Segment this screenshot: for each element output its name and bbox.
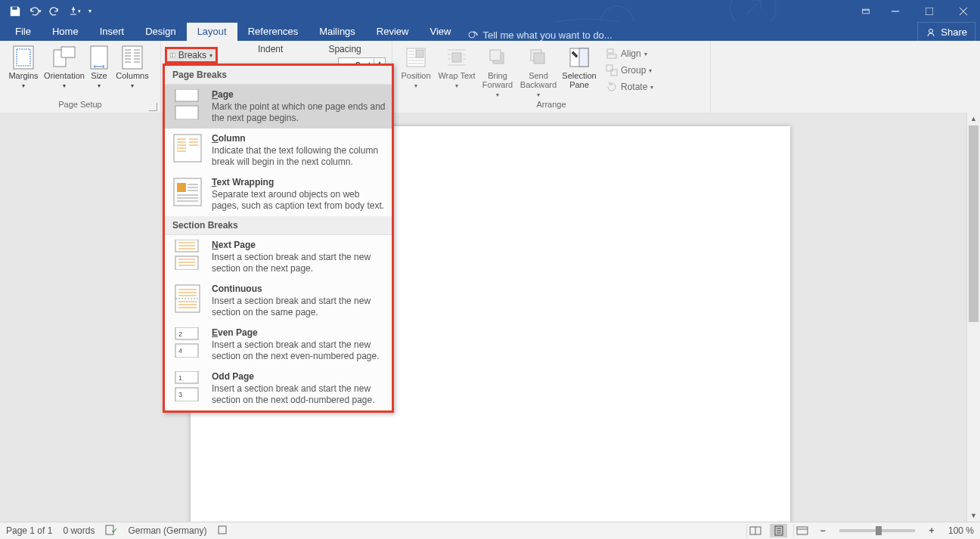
svg-rect-25: [170, 53, 172, 57]
tab-file[interactable]: File: [5, 23, 42, 41]
quick-access-toolbar: ▾ ▾ ▾: [0, 0, 95, 22]
align-button: Align ▾: [603, 45, 656, 62]
tab-mailings[interactable]: Mailings: [309, 23, 366, 41]
wrap-text-button: Wrap Text▾: [436, 44, 477, 91]
columns-button[interactable]: Columns▾: [113, 44, 151, 91]
breaks-button[interactable]: Breaks ▾: [165, 47, 218, 64]
break-continuous[interactable]: ContinuousInsert a section break and sta…: [165, 279, 392, 323]
scroll-up-button[interactable]: ▲: [967, 113, 980, 125]
svg-rect-26: [173, 53, 175, 57]
svg-rect-28: [175, 106, 198, 119]
break-column[interactable]: ColumnIndicate that the text following t…: [165, 129, 392, 172]
tell-me-search[interactable]: Tell me what you want to do...: [467, 29, 612, 41]
svg-rect-47: [797, 527, 808, 534]
status-language[interactable]: German (Germany): [128, 525, 206, 536]
dropdown-section-section-breaks: Section Breaks: [165, 216, 392, 235]
rotate-button: Rotate ▾: [603, 79, 656, 95]
view-web-layout[interactable]: [793, 524, 811, 537]
svg-rect-13: [416, 50, 423, 57]
svg-rect-9: [61, 47, 75, 57]
zoom-level[interactable]: 100 %: [948, 525, 974, 536]
tab-home[interactable]: Home: [42, 23, 89, 41]
break-odd-page[interactable]: 13 Odd PageInsert a section break and st…: [165, 367, 392, 410]
zoom-in-button[interactable]: +: [926, 525, 938, 536]
break-page[interactable]: PageMark the point at which one page end…: [165, 85, 392, 129]
svg-rect-31: [177, 183, 186, 192]
zoom-slider[interactable]: [839, 529, 915, 532]
status-page[interactable]: Page 1 of 1: [6, 525, 52, 536]
share-label: Share: [941, 26, 967, 38]
svg-text:4: 4: [178, 347, 182, 355]
group-label-page-setup: Page Setup: [58, 100, 102, 109]
spellcheck-icon[interactable]: [105, 525, 117, 537]
page-setup-dialog-launcher[interactable]: [149, 103, 157, 111]
svg-rect-2: [863, 9, 870, 14]
tab-layout[interactable]: Layout: [187, 23, 237, 41]
status-bar: Page 1 of 1 0 words German (Germany) − +…: [0, 522, 980, 539]
view-read-mode[interactable]: [746, 524, 764, 537]
svg-text:1: 1: [178, 374, 182, 382]
svg-rect-21: [607, 49, 613, 53]
svg-rect-27: [175, 89, 198, 101]
svg-rect-23: [606, 65, 612, 71]
page-break-icon: [171, 89, 204, 119]
svg-rect-44: [219, 526, 226, 534]
svg-rect-20: [579, 48, 588, 67]
break-text-wrapping[interactable]: Text WrappingSeparate text around object…: [165, 172, 392, 216]
document-area[interactable]: [0, 113, 980, 522]
svg-rect-33: [175, 256, 198, 270]
svg-rect-43: [106, 525, 113, 534]
tab-view[interactable]: View: [419, 23, 461, 41]
svg-rect-18: [534, 53, 544, 64]
even-page-break-icon: 24: [171, 327, 204, 358]
spacing-label: Spacing: [328, 44, 361, 54]
group-page-setup: Margins▾ Orientation▾ Size▾ Columns▾ Pag…: [0, 41, 161, 113]
macro-icon[interactable]: [217, 525, 228, 537]
dropdown-section-page-breaks: Page Breaks: [165, 66, 392, 85]
group-label-arrange: Arrange: [536, 100, 566, 109]
maximize-button[interactable]: [912, 0, 946, 22]
close-button[interactable]: [946, 0, 980, 22]
scroll-thumb[interactable]: [969, 125, 978, 322]
ribbon-options-button[interactable]: [854, 0, 878, 22]
tell-me-placeholder: Tell me what you want to do...: [482, 29, 612, 41]
undo-button[interactable]: ▾: [26, 2, 44, 20]
minimize-button[interactable]: [878, 0, 912, 22]
position-button: Position▾: [395, 44, 436, 91]
qat-customize-button[interactable]: ▾: [85, 2, 95, 20]
tab-design[interactable]: Design: [135, 23, 186, 41]
save-button[interactable]: [6, 2, 24, 20]
svg-point-5: [929, 29, 933, 33]
vertical-scrollbar[interactable]: ▲ ▼: [966, 113, 980, 522]
tab-insert[interactable]: Insert: [89, 23, 135, 41]
send-backward-button: Send Backward▾: [518, 44, 559, 100]
break-even-page[interactable]: 24 Even PageInsert a section break and s…: [165, 323, 392, 367]
touch-mode-button[interactable]: ▾: [65, 2, 83, 20]
ribbon: Margins▾ Orientation▾ Size▾ Columns▾ Pag…: [0, 41, 980, 113]
margins-button[interactable]: Margins▾: [3, 44, 44, 91]
selection-pane-button[interactable]: Selection Pane: [559, 44, 600, 89]
size-button[interactable]: Size▾: [85, 44, 113, 91]
svg-text:2: 2: [178, 330, 182, 338]
svg-rect-3: [926, 8, 933, 15]
redo-button[interactable]: [45, 2, 64, 20]
breaks-label: Breaks: [178, 50, 206, 60]
view-print-layout[interactable]: [770, 524, 787, 537]
scroll-down-button[interactable]: ▼: [967, 510, 980, 522]
svg-point-4: [469, 32, 475, 38]
svg-rect-14: [452, 53, 461, 62]
status-words[interactable]: 0 words: [63, 525, 95, 536]
share-button[interactable]: Share: [917, 22, 975, 42]
indent-label: Indent: [258, 44, 283, 54]
breaks-dropdown: Page Breaks PageMark the point at which …: [163, 64, 394, 413]
next-page-break-icon: [171, 240, 204, 270]
svg-rect-10: [91, 46, 107, 69]
tab-review[interactable]: Review: [366, 23, 420, 41]
svg-text:3: 3: [178, 391, 182, 398]
svg-rect-24: [611, 70, 617, 76]
zoom-out-button[interactable]: −: [817, 525, 829, 536]
break-next-page[interactable]: Next PageInsert a section break and star…: [165, 235, 392, 279]
orientation-button[interactable]: Orientation▾: [44, 44, 85, 91]
odd-page-break-icon: 13: [171, 371, 204, 401]
tab-references[interactable]: References: [237, 23, 309, 41]
